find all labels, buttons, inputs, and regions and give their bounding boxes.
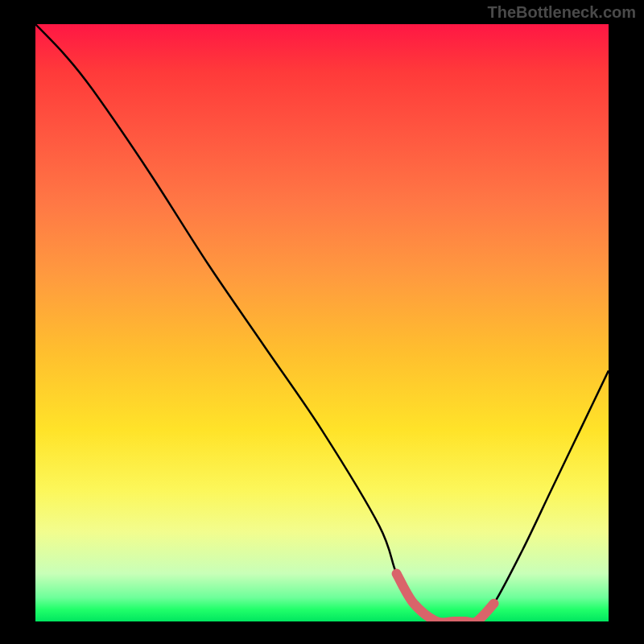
- highlight-segment: [397, 574, 494, 621]
- bottleneck-curve: [35, 24, 609, 621]
- curve-layer: [35, 24, 609, 621]
- chart-container: TheBottleneck.com: [0, 0, 644, 644]
- watermark-text: TheBottleneck.com: [488, 3, 636, 22]
- plot-area: [35, 24, 609, 621]
